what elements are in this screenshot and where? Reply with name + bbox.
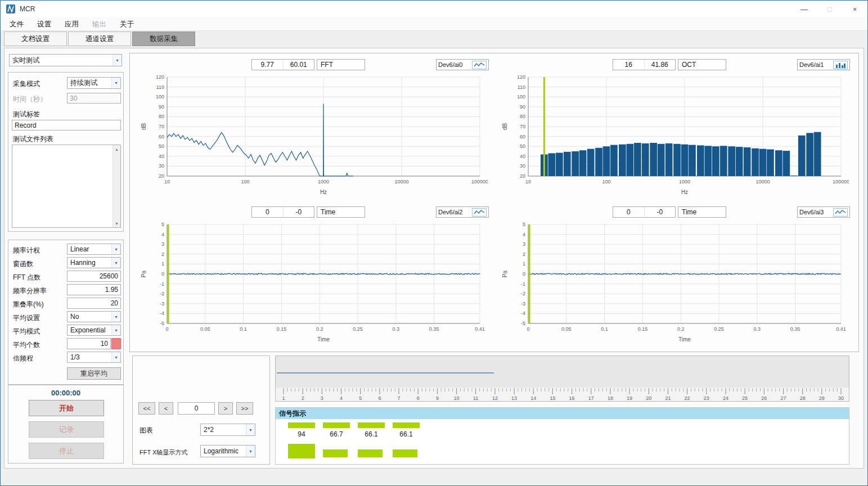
test-type-select[interactable]: 实时测试 ▾ (9, 54, 122, 66)
svg-text:2: 2 (302, 395, 304, 401)
svg-text:14: 14 (530, 395, 536, 401)
line-chart-icon[interactable] (472, 61, 487, 69)
signal-level-bar (393, 422, 420, 428)
svg-text:40: 40 (159, 154, 164, 159)
chart-mode-box[interactable]: Time (678, 206, 726, 218)
param-label: 平均模式 (13, 327, 40, 336)
svg-text:-5: -5 (521, 321, 525, 326)
octave-fraction-select[interactable]: 1/3▾ (67, 352, 121, 363)
svg-text:23: 23 (704, 395, 709, 401)
chevron-down-icon: ▾ (111, 258, 120, 268)
elapsed-timer: 00:00:00 (8, 389, 123, 397)
device-selector[interactable]: Dev6/ai0 (436, 59, 489, 70)
menu-apply[interactable]: 应用 (58, 17, 86, 31)
svg-text:7: 7 (397, 395, 400, 401)
record-timeline[interactable]: 1234567891011121314151617181920212223242… (275, 356, 849, 402)
svg-text:13: 13 (511, 395, 517, 401)
record-button: 记录 (29, 421, 104, 438)
averaging-count-input[interactable] (67, 338, 111, 349)
svg-text:4: 4 (340, 395, 343, 401)
svg-text:28: 28 (800, 395, 806, 401)
svg-text:80: 80 (520, 114, 525, 119)
overlap-rate-input[interactable] (67, 298, 121, 309)
test-label-label: 测试标签 (13, 110, 40, 119)
chart-mode-box[interactable]: FFT (317, 59, 365, 70)
chart-quadrant-time2: 0-0 Time Dev6/ai2 -5-4-3-2-101234500.050… (134, 203, 493, 347)
scroll-down-icon[interactable]: ▼ (113, 219, 120, 227)
maximize-button[interactable]: □ (817, 1, 842, 17)
svg-text:1: 1 (282, 395, 285, 401)
octave-chart[interactable]: 2030405060708090100110120101001000100001… (500, 74, 849, 196)
chart-layout-label: 图表 (140, 426, 153, 435)
restart-average-button[interactable]: 重启平均 (67, 367, 121, 380)
signal-indicator-header: 信号指示 (276, 408, 849, 419)
menu-file[interactable]: 文件 (3, 17, 30, 31)
test-label-input[interactable] (12, 120, 121, 130)
fft-x-axis-select[interactable]: Logarithmic▾ (200, 445, 255, 457)
param-label: 频率计权 (13, 246, 40, 255)
line-chart-icon[interactable] (472, 208, 487, 217)
fft-chart[interactable]: 2030405060708090100110120101001000100001… (139, 74, 488, 196)
svg-text:110: 110 (156, 84, 164, 90)
svg-text:0.15: 0.15 (277, 326, 287, 332)
param-label: 重叠率(%) (13, 300, 44, 309)
svg-text:2: 2 (523, 251, 525, 257)
duration-input[interactable] (67, 93, 121, 104)
svg-text:10000: 10000 (394, 179, 408, 184)
scrollbar[interactable]: ▲ ▼ (113, 145, 120, 227)
app-logo-icon (6, 4, 15, 14)
svg-text:-2: -2 (160, 291, 164, 296)
line-chart-icon[interactable] (833, 208, 848, 217)
svg-text:90: 90 (520, 104, 525, 110)
chart-mode-box[interactable]: OCT (678, 59, 726, 70)
svg-text:70: 70 (159, 124, 164, 129)
channel-indicator: 66.1 (393, 419, 420, 438)
chart-mode-box[interactable]: Time (317, 206, 365, 218)
svg-text:12: 12 (492, 395, 498, 401)
test-file-list[interactable]: ▲ ▼ (12, 145, 121, 228)
svg-text:0.35: 0.35 (790, 326, 800, 332)
window-function-select[interactable]: Hanning▾ (67, 257, 121, 268)
svg-text:5: 5 (161, 222, 164, 227)
device-selector[interactable]: Dev6/ai1 (797, 59, 850, 70)
minimize-button[interactable]: — (791, 1, 817, 17)
averaging-mode-select[interactable]: Exponential▾ (67, 325, 121, 336)
svg-text:Time: Time (317, 336, 330, 343)
bar-chart-icon[interactable] (833, 61, 848, 69)
tab-channel-settings[interactable]: 通道设置 (68, 32, 131, 46)
tab-document-settings[interactable]: 文档设置 (4, 32, 67, 46)
menu-settings[interactable]: 设置 (30, 17, 58, 31)
tab-data-acquisition[interactable]: 数据采集 (132, 32, 195, 46)
acq-mode-select[interactable]: 持续测试 ▾ (67, 77, 121, 89)
svg-text:4: 4 (161, 232, 164, 237)
device-selector[interactable]: Dev6/ai3 (797, 206, 850, 218)
svg-text:19: 19 (627, 395, 632, 401)
device-selector[interactable]: Dev6/ai2 (436, 206, 489, 218)
svg-text:-3: -3 (160, 301, 164, 307)
svg-text:10: 10 (525, 179, 531, 184)
svg-text:0.2: 0.2 (677, 326, 685, 332)
svg-text:4: 4 (523, 232, 525, 237)
chart-layout-select[interactable]: 2*2▾ (200, 424, 255, 436)
freq-weighting-select[interactable]: Linear▾ (67, 244, 121, 255)
signal-block (358, 449, 383, 457)
svg-text:0.25: 0.25 (714, 326, 724, 332)
first-page-button[interactable]: << (138, 402, 155, 415)
menu-about[interactable]: 关于 (113, 17, 141, 31)
scroll-up-icon[interactable]: ▲ (113, 145, 120, 153)
fft-points-input[interactable] (67, 271, 121, 282)
averaging-setting-select[interactable]: No▾ (67, 311, 121, 322)
svg-text:24: 24 (723, 395, 728, 401)
time-chart[interactable]: -5-4-3-2-101234500.050.10.150.20.250.30.… (139, 221, 488, 344)
freq-resolution-input[interactable] (67, 284, 121, 295)
last-page-button[interactable]: >> (236, 402, 253, 415)
page-index-input[interactable] (178, 402, 215, 415)
svg-text:-1: -1 (521, 281, 525, 287)
svg-text:0: 0 (165, 326, 168, 332)
close-button[interactable]: × (842, 1, 867, 17)
time-chart[interactable]: -5-4-3-2-101234500.050.10.150.20.250.30.… (500, 221, 849, 344)
svg-text:-4: -4 (160, 310, 164, 316)
prev-page-button[interactable]: < (159, 402, 173, 415)
start-button[interactable]: 开始 (29, 400, 104, 416)
next-page-button[interactable]: > (218, 402, 233, 415)
